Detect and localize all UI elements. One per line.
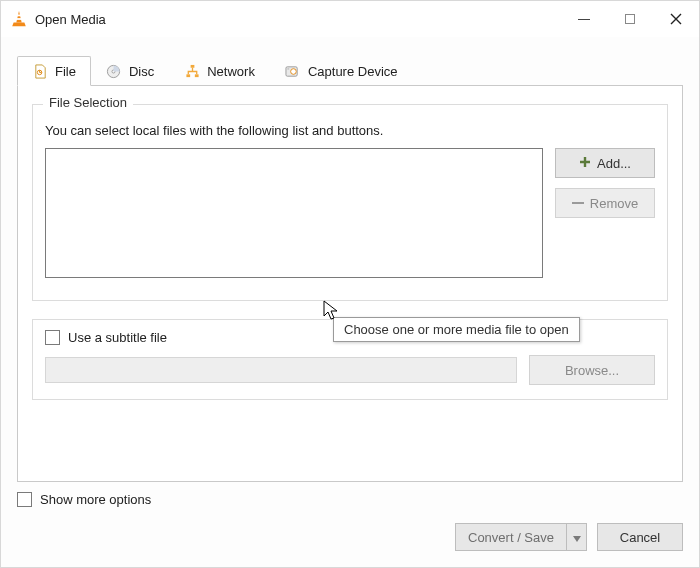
tab-disc-label: Disc	[129, 64, 154, 79]
plus-icon	[579, 156, 591, 171]
svg-rect-6	[186, 74, 190, 77]
dialog-footer: Show more options	[1, 492, 699, 523]
svg-rect-7	[195, 74, 199, 77]
tab-bar: File Disc	[17, 55, 683, 85]
file-selection-fieldset: File Selection You can select local file…	[32, 104, 668, 301]
network-icon	[184, 64, 200, 80]
file-selection-hint: You can select local files with the foll…	[45, 123, 655, 138]
convert-save-label: Convert / Save	[468, 530, 554, 545]
file-icon	[32, 63, 48, 79]
svg-rect-0	[17, 15, 21, 17]
tab-disc[interactable]: Disc	[91, 56, 169, 86]
open-media-window: Open Media File	[0, 0, 700, 568]
dialog-body: File Disc	[1, 37, 699, 492]
tab-file-label: File	[55, 64, 76, 79]
remove-button-label: Remove	[590, 196, 638, 211]
add-button-label: Add...	[597, 156, 631, 171]
tab-capture-label: Capture Device	[308, 64, 398, 79]
convert-save-dropdown[interactable]	[567, 523, 587, 551]
show-more-options-checkbox[interactable]	[17, 492, 32, 507]
subtitle-checkbox[interactable]	[45, 330, 60, 345]
file-list[interactable]	[45, 148, 543, 278]
minimize-button[interactable]	[561, 1, 607, 37]
minus-icon	[572, 202, 584, 204]
subtitle-path-input	[45, 357, 517, 383]
capture-device-icon	[285, 64, 301, 80]
remove-button[interactable]: Remove	[555, 188, 655, 218]
tab-network[interactable]: Network	[169, 56, 270, 86]
close-button[interactable]	[653, 1, 699, 37]
browse-button[interactable]: Browse...	[529, 355, 655, 385]
subtitle-checkbox-label: Use a subtitle file	[68, 330, 167, 345]
tab-capture[interactable]: Capture Device	[270, 56, 413, 86]
file-list-tooltip: Choose one or more media file to open	[333, 317, 580, 342]
show-more-options-label: Show more options	[40, 492, 151, 507]
cancel-button[interactable]: Cancel	[597, 523, 683, 551]
add-button[interactable]: Add...	[555, 148, 655, 178]
svg-rect-10	[288, 68, 290, 69]
tab-file[interactable]: File	[17, 56, 91, 86]
vlc-cone-icon	[9, 9, 29, 29]
window-title: Open Media	[35, 12, 561, 27]
svg-point-9	[291, 69, 297, 75]
tab-panel: File Selection You can select local file…	[17, 85, 683, 482]
convert-save-split-button[interactable]: Convert / Save	[455, 523, 587, 551]
svg-rect-1	[16, 18, 22, 20]
convert-save-button[interactable]: Convert / Save	[455, 523, 567, 551]
browse-button-label: Browse...	[565, 363, 619, 378]
cancel-button-label: Cancel	[620, 530, 660, 545]
svg-rect-5	[190, 65, 194, 68]
window-controls	[561, 1, 699, 37]
titlebar: Open Media	[1, 1, 699, 37]
file-selection-legend: File Selection	[43, 95, 133, 110]
disc-icon	[106, 64, 122, 80]
tab-network-label: Network	[207, 64, 255, 79]
maximize-button[interactable]	[607, 1, 653, 37]
chevron-down-icon	[573, 528, 581, 546]
mouse-cursor-icon	[323, 300, 341, 322]
